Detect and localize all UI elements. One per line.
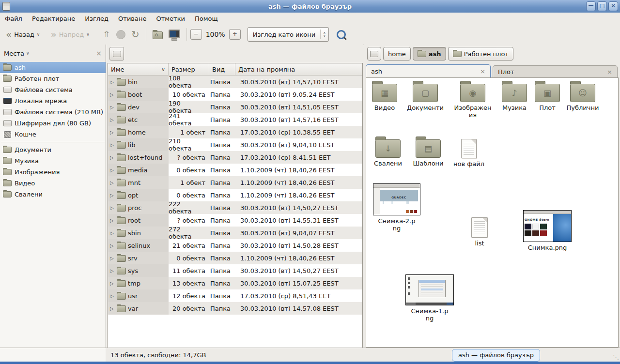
file-item-snimka-1[interactable]: Снимка-1.png: [410, 274, 449, 322]
filesystem-root-button[interactable]: [109, 47, 124, 61]
search-icon[interactable]: [337, 30, 346, 39]
expander-icon[interactable]: ▷: [110, 142, 115, 148]
tab-desktop[interactable]: Плот ×: [493, 65, 618, 77]
taskbar-window-button[interactable]: ash — файлов браузър: [452, 349, 540, 362]
expander-icon[interactable]: ▷: [110, 92, 115, 97]
column-header-date[interactable]: Дата на промяна: [235, 63, 362, 75]
expander-icon[interactable]: ▷: [110, 79, 115, 85]
icon-view[interactable]: ▦ Видео ▢ Документи ◉ Изображения ♪ Музи…: [366, 77, 619, 348]
sidebar-item-ash[interactable]: ash: [0, 62, 106, 73]
zoom-in-button[interactable]: +: [229, 29, 241, 40]
table-row[interactable]: ▷etc241 обектаПапка30.03.2010 (вт) 14,57…: [108, 113, 362, 126]
folder-item-documents[interactable]: ▢ Документи: [403, 84, 448, 111]
expander-icon[interactable]: ▷: [110, 117, 115, 122]
table-row[interactable]: ▷root? обектаПапка30.03.2010 (вт) 14,55,…: [108, 214, 362, 227]
menu-file[interactable]: Файл: [0, 14, 27, 23]
folder-icon: [117, 91, 126, 98]
table-row[interactable]: ▷opt0 обектаПапка1.10.2009 (чт) 18,40,26…: [108, 189, 362, 201]
menu-view[interactable]: Изглед: [80, 14, 113, 23]
expander-icon[interactable]: ▷: [110, 130, 115, 135]
table-row[interactable]: ▷mnt1 обектПапка1.10.2009 (чт) 18,40,26 …: [108, 176, 362, 189]
up-button[interactable]: ⇧: [100, 28, 113, 41]
reload-button[interactable]: ↻: [128, 28, 142, 41]
expander-icon[interactable]: ▷: [110, 105, 115, 110]
sidebar-item-videos[interactable]: Видео: [0, 178, 106, 189]
table-row[interactable]: ▷sys11 обектаПапка30.03.2010 (вт) 14,50,…: [108, 264, 362, 277]
file-item-list[interactable]: list: [457, 217, 502, 247]
expander-icon[interactable]: ▷: [110, 193, 115, 198]
file-item-snimka-2[interactable]: GUADEC Снимка-2.png: [377, 183, 416, 232]
table-row[interactable]: ▷boot10 обектаПапка30.03.2010 (вт) 9,05,…: [108, 88, 362, 101]
sidebar-item-trash[interactable]: Кошче: [0, 129, 106, 140]
table-row[interactable]: ▷home1 обектПапка17.03.2010 (ср) 10,38,5…: [108, 126, 362, 138]
sidebar-item-filesystem[interactable]: Файлова система: [0, 84, 106, 95]
menu-edit[interactable]: Редактиране: [27, 14, 80, 23]
table-row[interactable]: ▷tmp13 обектаПапка30.03.2010 (вт) 15,07,…: [108, 277, 362, 289]
breadcrumb-root-button[interactable]: [367, 47, 381, 61]
table-row[interactable]: ▷dev190 обектаПапка30.03.2010 (вт) 14,51…: [108, 101, 362, 113]
expander-icon[interactable]: ▷: [110, 268, 115, 273]
folder-item-downloads[interactable]: ↓ Свалени: [366, 139, 410, 167]
folder-item-public[interactable]: ☺ Публични: [560, 84, 605, 111]
computer-button[interactable]: [166, 29, 183, 40]
expander-icon[interactable]: ▷: [110, 218, 115, 223]
breadcrumb-ash-button[interactable]: ash: [413, 47, 446, 61]
sidebar-title-dropdown-icon[interactable]: ∨: [26, 51, 30, 56]
table-row[interactable]: ▷usr12 обектаПапка17.03.2010 (ср) 8,51,4…: [108, 289, 362, 302]
table-row[interactable]: ▷lib210 обектаПапка30.03.2010 (вт) 9,04,…: [108, 138, 362, 151]
expander-icon[interactable]: ▷: [110, 180, 115, 185]
file-item-snimka[interactable]: GNOME Store Снимка.png: [525, 210, 570, 251]
sidebar-item-desktop[interactable]: Работен плот: [0, 73, 106, 84]
column-header-type[interactable]: Вид: [209, 63, 235, 75]
sidebar-item-filesystem-210mb[interactable]: Файлова система (210 MB): [0, 106, 106, 118]
tab-close-icon[interactable]: ×: [607, 68, 612, 76]
expander-icon[interactable]: ▷: [110, 293, 115, 299]
expander-icon[interactable]: ▷: [110, 243, 115, 248]
sidebar-item-music[interactable]: Музика: [0, 155, 106, 167]
sidebar-item-encrypted-80gb[interactable]: Шифриран дял (80 GB): [0, 118, 106, 129]
column-header-name[interactable]: Име ∨: [108, 63, 169, 75]
sidebar-item-label: Локална мрежа: [15, 97, 67, 105]
sidebar-item-documents[interactable]: Документи: [0, 144, 106, 155]
breadcrumb-desktop-button[interactable]: Работен плот: [448, 47, 513, 61]
breadcrumb-home-button[interactable]: home: [383, 47, 411, 61]
menu-go[interactable]: Отиване: [113, 14, 151, 23]
folder-item-templates[interactable]: ▤ Шаблони: [406, 139, 450, 167]
table-row[interactable]: ▷bin108 обектаПапка30.03.2010 (вт) 14,57…: [108, 76, 362, 88]
tab-close-icon[interactable]: ×: [480, 68, 485, 75]
menu-help[interactable]: Помощ: [190, 14, 223, 23]
back-dropdown-icon[interactable]: ∨: [37, 32, 40, 37]
stop-button[interactable]: [113, 28, 128, 41]
menu-bookmarks[interactable]: Отметки: [151, 14, 189, 23]
expander-icon[interactable]: ▷: [110, 205, 115, 211]
folder-item-pictures[interactable]: ◉ Изображения: [453, 84, 492, 119]
file-item-new-file[interactable]: нов файл: [447, 139, 491, 167]
expander-icon[interactable]: ▷: [110, 167, 115, 173]
sidebar-item-network[interactable]: Локална мрежа: [0, 95, 106, 106]
table-row[interactable]: ▷proc222 обектаПапка30.03.2010 (вт) 14,5…: [108, 201, 362, 214]
table-row[interactable]: ▷selinux21 обектаПапка30.03.2010 (вт) 14…: [108, 239, 362, 252]
table-row[interactable]: ▷var20 обектаПапка30.03.2010 (вт) 14,57,…: [108, 302, 362, 315]
zoom-out-button[interactable]: −: [190, 29, 202, 40]
tab-ash[interactable]: ash ×: [366, 64, 491, 77]
column-header-size[interactable]: Размер: [169, 63, 209, 75]
folder-item-videos[interactable]: ▦ Видео: [362, 84, 407, 111]
table-row[interactable]: ▷lost+found? обектаПапка17.03.2010 (ср) …: [108, 151, 362, 164]
back-button[interactable]: « Назад ∨: [3, 29, 43, 40]
sidebar-item-pictures[interactable]: Изображения: [0, 167, 106, 178]
resize-grip[interactable]: ⋱: [613, 353, 619, 361]
expander-icon[interactable]: ▷: [110, 256, 115, 261]
expander-icon[interactable]: ▷: [110, 281, 115, 286]
table-row[interactable]: ▷srv0 обектаПапка1.10.2009 (чт) 18,40,26…: [108, 252, 362, 264]
forward-button[interactable]: » Напред ∨: [47, 29, 92, 40]
expander-icon[interactable]: ▷: [110, 230, 115, 236]
table-row[interactable]: ▷sbin272 обектаПапка30.03.2010 (вт) 9,04…: [108, 227, 362, 239]
table-row[interactable]: ▷media0 обектаПапка1.10.2009 (чт) 18,40,…: [108, 164, 362, 176]
sidebar-close-icon[interactable]: ×: [96, 49, 102, 57]
sidebar-title[interactable]: Места: [4, 50, 24, 57]
view-mode-select[interactable]: Изглед като икони ∧∨: [248, 27, 329, 42]
expander-icon[interactable]: ▷: [110, 155, 115, 160]
sidebar-item-downloads[interactable]: Свалени: [0, 189, 106, 200]
expander-icon[interactable]: ▷: [110, 306, 115, 311]
home-button[interactable]: ⌂: [150, 28, 166, 41]
